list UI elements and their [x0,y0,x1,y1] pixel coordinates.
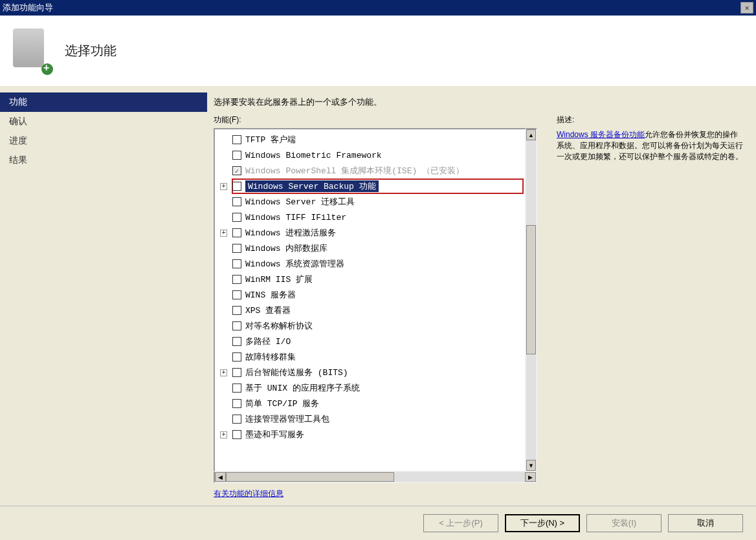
tree-row[interactable]: WINS 服务器 [216,287,524,303]
tree-row[interactable]: +Windows 进程激活服务 [216,225,524,241]
expand-spacer [220,385,227,392]
tree-row[interactable]: 简单 TCP/IP 服务 [216,396,524,411]
feature-checkbox[interactable] [232,368,241,377]
tree-row[interactable]: 多路径 I/O [216,334,524,349]
features-tree[interactable]: TFTP 客户端Windows Biometric FrameworkWindo… [214,128,526,472]
feature-label: Windows Biometric Framework [245,151,382,160]
tree-row[interactable]: Windows 系统资源管理器 [216,256,524,272]
expand-spacer [220,245,227,252]
tree-row[interactable]: +Windows Server Backup 功能 [232,178,524,194]
feature-checkbox[interactable] [232,244,241,253]
expand-spacer [220,261,227,268]
scroll-left-icon[interactable]: ◀ [215,472,226,482]
feature-label: 墨迹和手写服务 [245,429,304,440]
expand-icon[interactable]: + [220,183,227,190]
feature-checkbox[interactable] [232,306,241,315]
scroll-right-icon[interactable]: ▶ [525,472,536,482]
tree-row[interactable]: 对等名称解析协议 [216,318,524,334]
tree-row[interactable]: XPS 查看器 [216,303,524,318]
feature-label: Windows 进程激活服务 [245,227,336,239]
tree-row[interactable]: +墨迹和手写服务 [216,427,524,442]
tree-row[interactable]: 故障转移群集 [216,349,524,365]
feature-label: Windows PowerShell 集成脚本环境(ISE) （已安装） [245,165,464,177]
feature-checkbox[interactable] [232,415,241,424]
expand-spacer [220,276,227,283]
feature-checkbox[interactable] [232,151,241,160]
feature-checkbox[interactable] [232,337,241,346]
feature-checkbox[interactable] [232,197,241,206]
feature-label: TFTP 客户端 [245,134,296,146]
install-button[interactable]: 安装(I) [586,514,662,532]
expand-spacer [220,307,227,314]
detail-link[interactable]: 有关功能的详细信息 [214,488,537,499]
feature-label: WinRM IIS 扩展 [245,274,313,285]
hscroll-thumb[interactable] [226,472,394,482]
vertical-scrollbar[interactable]: ▲ ▼ [526,128,537,472]
feature-checkbox[interactable] [232,228,241,237]
expand-spacer [220,214,227,221]
window-title: 添加功能向导 [3,2,740,14]
close-button[interactable]: ✕ [740,2,753,14]
feature-label: 连接管理器管理工具包 [245,413,329,425]
next-button[interactable]: 下一步(N) > [505,514,580,532]
description-label: 描述: [557,114,743,125]
wizard-steps-sidebar: 功能 确认 进度 结果 [0,86,207,506]
prompt-text: 选择要安装在此服务器上的一个或多个功能。 [214,96,743,108]
feature-label: 后台智能传送服务 (BITS) [245,367,348,378]
scroll-down-icon[interactable]: ▼ [526,460,536,471]
horizontal-scrollbar[interactable]: ◀ ▶ [214,472,537,483]
feature-label: WINS 服务器 [245,289,296,301]
expand-icon[interactable]: + [220,230,227,237]
feature-checkbox[interactable] [232,182,241,191]
step-confirm[interactable]: 确认 [0,112,207,131]
expand-spacer [220,416,227,423]
feature-checkbox[interactable] [232,213,241,222]
expand-icon[interactable]: + [220,431,227,438]
feature-checkbox[interactable] [232,275,241,284]
tree-row[interactable]: TFTP 客户端 [216,132,524,147]
scroll-up-icon[interactable]: ▲ [526,129,536,140]
step-features[interactable]: 功能 [0,92,207,112]
feature-checkbox[interactable] [232,383,241,393]
expand-spacer [220,136,227,144]
tree-row[interactable]: 连接管理器管理工具包 [216,411,524,427]
feature-checkbox[interactable] [232,352,241,362]
expand-spacer [220,400,227,407]
description-text: Windows 服务器备份功能允许您备份并恢复您的操作系统、应用程序和数据。您可… [557,129,743,162]
tree-row[interactable]: Windows Server 迁移工具 [216,194,524,210]
cancel-button[interactable]: 取消 [668,514,743,532]
feature-checkbox[interactable] [232,321,241,330]
step-progress[interactable]: 进度 [0,131,207,151]
features-label: 功能(F): [214,114,537,125]
feature-label: 基于 UNIX 的应用程序子系统 [245,382,360,394]
feature-label: 多路径 I/O [245,336,291,347]
expand-spacer [220,323,227,330]
button-bar: < 上一步(P) 下一步(N) > 安装(I) 取消 [0,506,756,540]
scroll-thumb[interactable] [526,225,536,354]
expand-spacer [220,167,227,175]
tree-row[interactable]: 基于 UNIX 的应用程序子系统 [216,380,524,396]
feature-label: 对等名称解析协议 [245,320,313,332]
feature-checkbox[interactable] [232,290,241,299]
expand-spacer [220,152,227,159]
feature-checkbox[interactable] [232,259,241,268]
feature-checkbox[interactable] [232,399,241,408]
description-link[interactable]: Windows 服务器备份功能 [557,130,645,139]
wizard-header: 选择功能 [0,16,756,86]
tree-row[interactable]: Windows Biometric Framework [216,147,524,163]
feature-label: XPS 查看器 [245,305,291,316]
tree-row[interactable]: Windows 内部数据库 [216,241,524,256]
feature-checkbox[interactable] [232,430,241,439]
feature-checkbox[interactable] [232,135,241,144]
tree-row[interactable]: Windows TIFF IFilter [216,210,524,225]
tree-row[interactable]: +后台智能传送服务 (BITS) [216,365,524,380]
feature-label: 简单 TCP/IP 服务 [245,398,319,409]
tree-row[interactable]: Windows PowerShell 集成脚本环境(ISE) （已安装） [216,163,524,178]
expand-spacer [220,338,227,345]
prev-button[interactable]: < 上一步(P) [423,514,498,532]
step-results[interactable]: 结果 [0,151,207,170]
expand-icon[interactable]: + [220,369,227,376]
feature-label: Windows 系统资源管理器 [245,258,344,270]
tree-row[interactable]: WinRM IIS 扩展 [216,272,524,287]
expand-spacer [220,354,227,361]
